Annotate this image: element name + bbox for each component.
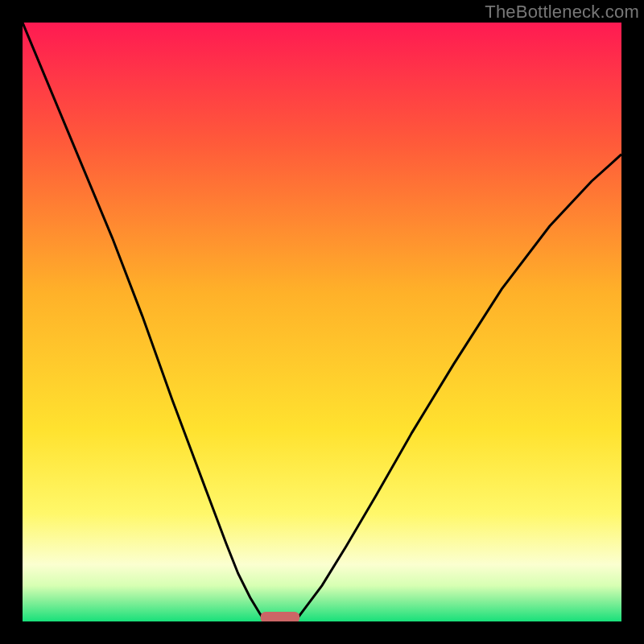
gradient-background bbox=[23, 23, 621, 621]
chart-frame: TheBottleneck.com bbox=[0, 0, 644, 644]
chart-svg bbox=[23, 23, 621, 621]
watermark-text: TheBottleneck.com bbox=[485, 2, 639, 23]
plot-area bbox=[23, 23, 621, 621]
bottom-marker bbox=[261, 612, 299, 621]
